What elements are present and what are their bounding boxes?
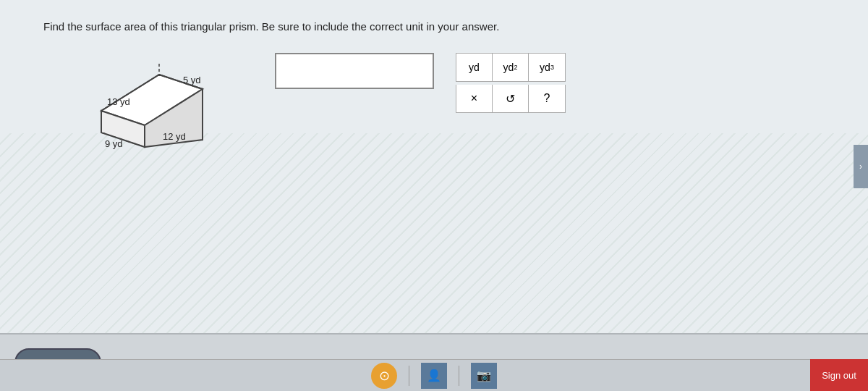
bottom-bar: Continue © 2021 McGraw-Hill Education. A…: [0, 333, 868, 391]
prism-svg: 13 yd 5 yd 12 yd 9 yd: [43, 53, 246, 169]
clear-button[interactable]: ×: [456, 85, 493, 112]
action-row: × ↺ ?: [456, 85, 566, 113]
main-content: Find the surface area of this triangular…: [0, 0, 868, 333]
taskbar-separator2: [459, 366, 459, 386]
unit-buttons: yd yd2 yd3 × ↺ ?: [456, 53, 566, 113]
chrome-icon[interactable]: ⊙: [371, 363, 397, 389]
problem-row: 13 yd 5 yd 12 yd 9 yd yd: [43, 53, 839, 169]
undo-button[interactable]: ↺: [493, 85, 529, 112]
answer-input[interactable]: [285, 64, 424, 77]
user-icon[interactable]: 👤: [421, 363, 447, 389]
question-area: Find the surface area of this triangular…: [0, 0, 868, 183]
unit-yd[interactable]: yd: [456, 54, 493, 81]
camera-icon[interactable]: 📷: [471, 363, 497, 389]
screen: Find the surface area of this triangular…: [0, 0, 868, 391]
unit-yd2[interactable]: yd2: [493, 54, 529, 81]
label-5yd: 5 yd: [183, 75, 201, 85]
taskbar-separator: [409, 366, 409, 386]
taskbar: ⊙ 👤 📷: [0, 359, 868, 391]
unit-row-top: yd yd2 yd3: [456, 53, 566, 82]
label-13yd: 13 yd: [107, 96, 130, 107]
unit-yd3[interactable]: yd3: [529, 54, 565, 81]
label-9yd: 9 yd: [105, 138, 123, 149]
answer-input-container[interactable]: [275, 53, 434, 89]
sign-out-button[interactable]: Sign out: [810, 359, 868, 391]
question-text: Find the surface area of this triangular…: [43, 20, 839, 33]
help-button[interactable]: ?: [529, 85, 565, 112]
prism-diagram: 13 yd 5 yd 12 yd 9 yd: [43, 53, 246, 169]
answer-area: yd yd2 yd3 × ↺ ?: [275, 53, 566, 113]
label-12yd: 12 yd: [163, 131, 186, 142]
